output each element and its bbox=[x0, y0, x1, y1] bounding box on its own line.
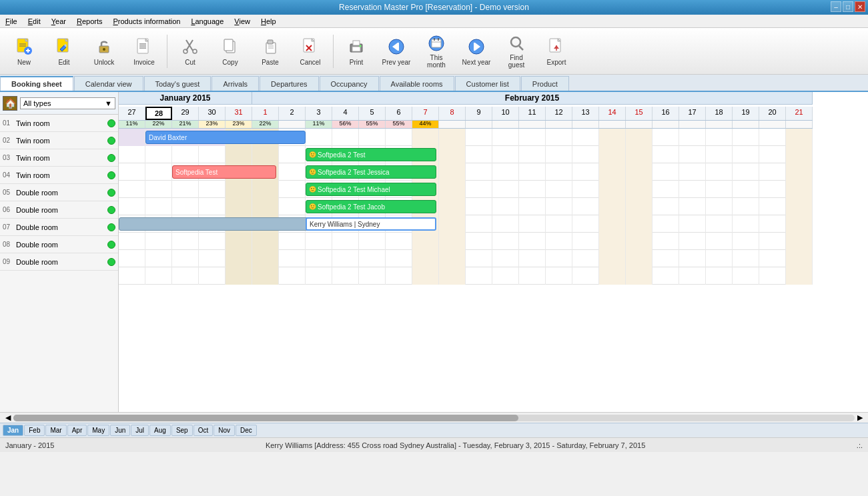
cell-4-f1[interactable] bbox=[252, 198, 279, 215]
cell-0-f7[interactable] bbox=[412, 129, 439, 146]
cell-2-f12[interactable] bbox=[546, 163, 572, 181]
cut-button[interactable]: Cut bbox=[171, 32, 209, 71]
cell-0-f21[interactable] bbox=[786, 129, 813, 146]
cell-1-f2[interactable] bbox=[279, 146, 306, 163]
month-tab-dec[interactable]: Dec bbox=[236, 425, 257, 436]
cell-0-f8[interactable] bbox=[439, 129, 466, 146]
month-tab-nov[interactable]: Nov bbox=[213, 425, 235, 436]
cell-3-27[interactable] bbox=[119, 181, 145, 198]
day-f2[interactable]: 2 bbox=[279, 107, 306, 120]
cell-4-f20[interactable] bbox=[759, 198, 786, 215]
cell-4-31[interactable] bbox=[226, 198, 252, 215]
cell-1-f14[interactable] bbox=[599, 146, 626, 163]
cell-3-f9[interactable] bbox=[466, 181, 492, 198]
cell-1-f19[interactable] bbox=[733, 146, 759, 163]
cell-3-f20[interactable] bbox=[759, 181, 786, 198]
menu-reports[interactable]: Reports bbox=[74, 17, 105, 26]
cell-4-f16[interactable] bbox=[653, 198, 679, 215]
month-tab-jan[interactable]: Jan bbox=[3, 425, 23, 436]
day-f21[interactable]: 21 bbox=[786, 107, 813, 120]
cell-3-f21[interactable] bbox=[786, 181, 813, 198]
menu-year[interactable]: Year bbox=[49, 17, 69, 26]
cell-2-27[interactable] bbox=[119, 163, 145, 181]
day-29[interactable]: 29 bbox=[172, 107, 199, 120]
cell-4-f13[interactable] bbox=[572, 198, 599, 215]
tab-todays-guest[interactable]: Today's guest bbox=[144, 76, 211, 91]
cell-2-f11[interactable] bbox=[519, 163, 546, 181]
day-f14[interactable]: 14 bbox=[599, 107, 626, 120]
cell-0-f13[interactable] bbox=[572, 129, 599, 146]
cell-5-f16[interactable] bbox=[653, 215, 679, 233]
cell-3-f8[interactable] bbox=[439, 181, 466, 198]
scroll-left-btn[interactable]: ◀ bbox=[3, 413, 13, 422]
cell-0-f17[interactable] bbox=[679, 129, 706, 146]
cell-0-f14[interactable] bbox=[599, 129, 626, 146]
cell-4-27[interactable] bbox=[119, 198, 145, 215]
cell-3-f1[interactable] bbox=[252, 181, 279, 198]
cell-3-f12[interactable] bbox=[546, 181, 572, 198]
maximize-button[interactable]: □ bbox=[843, 1, 853, 12]
cell-2-f10[interactable] bbox=[492, 163, 519, 181]
cell-1-27[interactable] bbox=[119, 146, 145, 163]
day-f5[interactable]: 5 bbox=[359, 107, 386, 120]
cell-0-f18[interactable] bbox=[706, 129, 733, 146]
cell-5-f11[interactable] bbox=[519, 215, 546, 233]
cell-1-f17[interactable] bbox=[679, 146, 706, 163]
cell-5-f21[interactable] bbox=[786, 215, 813, 233]
print-button[interactable]: Print bbox=[338, 32, 375, 71]
res-gray-bar[interactable] bbox=[119, 217, 330, 231]
res-softpedia-jessica[interactable]: 🙂Softpedia 2 Test Jessica bbox=[306, 165, 436, 179]
cell-1-f18[interactable] bbox=[706, 146, 733, 163]
cell-0-f20[interactable] bbox=[759, 129, 786, 146]
room-row-01[interactable]: 01 Twin room bbox=[0, 115, 118, 132]
cell-1-f16[interactable] bbox=[653, 146, 679, 163]
cell-1-29[interactable] bbox=[172, 146, 199, 163]
day-f19[interactable]: 19 bbox=[733, 107, 759, 120]
cell-0-f3[interactable] bbox=[306, 129, 332, 146]
close-button[interactable]: ✕ bbox=[855, 1, 865, 12]
tab-booking-sheet[interactable]: Booking sheet bbox=[0, 76, 73, 91]
invoice-button[interactable]: Invoice bbox=[125, 32, 163, 71]
res-david-baxter[interactable]: David Baxter bbox=[145, 131, 306, 144]
cell-1-f21[interactable] bbox=[786, 146, 813, 163]
next-year-button[interactable]: Next year bbox=[458, 32, 495, 71]
day-f10[interactable]: 10 bbox=[492, 107, 519, 120]
month-tab-sep[interactable]: Sep bbox=[171, 425, 193, 436]
month-tab-apr[interactable]: Apr bbox=[67, 425, 87, 436]
day-f20[interactable]: 20 bbox=[759, 107, 786, 120]
cell-3-f13[interactable] bbox=[572, 181, 599, 198]
cell-3-f2[interactable] bbox=[279, 181, 306, 198]
cell-0-f11[interactable] bbox=[519, 129, 546, 146]
cell-3-f14[interactable] bbox=[599, 181, 626, 198]
room-row-04[interactable]: 04 Twin room bbox=[0, 167, 118, 184]
cell-5-f10[interactable] bbox=[492, 215, 519, 233]
day-f6[interactable]: 6 bbox=[386, 107, 412, 120]
cell-2-f21[interactable] bbox=[786, 163, 813, 181]
day-f16[interactable]: 16 bbox=[653, 107, 679, 120]
cell-1-30[interactable] bbox=[199, 146, 226, 163]
menu-language[interactable]: Language bbox=[188, 17, 226, 26]
cell-0-f4[interactable] bbox=[332, 129, 359, 146]
res-softpedia-michael[interactable]: 🙂Softpedia 2 Test Michael bbox=[306, 183, 436, 196]
cell-1-f15[interactable] bbox=[626, 146, 653, 163]
month-tab-mar[interactable]: Mar bbox=[45, 425, 66, 436]
export-button[interactable]: Export bbox=[538, 32, 575, 71]
cell-3-f11[interactable] bbox=[519, 181, 546, 198]
cell-1-f13[interactable] bbox=[572, 146, 599, 163]
cell-4-f17[interactable] bbox=[679, 198, 706, 215]
type-selector[interactable]: 🏠 All types ▼ bbox=[0, 92, 118, 115]
cell-0-f15[interactable] bbox=[626, 129, 653, 146]
cell-4-f9[interactable] bbox=[466, 198, 492, 215]
day-f9[interactable]: 9 bbox=[466, 107, 492, 120]
cell-4-f8[interactable] bbox=[439, 198, 466, 215]
cell-3-f10[interactable] bbox=[492, 181, 519, 198]
cell-3-31[interactable] bbox=[226, 181, 252, 198]
menu-file[interactable]: File bbox=[3, 17, 20, 26]
cell-4-f21[interactable] bbox=[786, 198, 813, 215]
menu-view[interactable]: View bbox=[232, 17, 253, 26]
month-tab-jul[interactable]: Jul bbox=[131, 425, 149, 436]
cell-1-f8[interactable] bbox=[439, 146, 466, 163]
month-tab-feb[interactable]: Feb bbox=[24, 425, 45, 436]
cell-3-30[interactable] bbox=[199, 181, 226, 198]
cell-2-f16[interactable] bbox=[653, 163, 679, 181]
